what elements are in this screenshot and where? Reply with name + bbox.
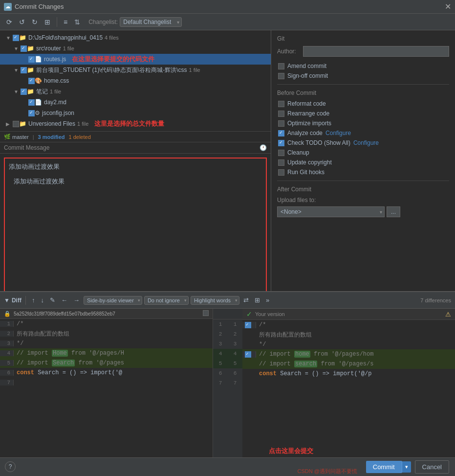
author-input[interactable] <box>303 46 449 57</box>
signoff-commit-checkbox[interactable] <box>278 73 284 79</box>
copyright-checkbox[interactable] <box>278 159 284 166</box>
line-num-4-left: 4 <box>0 350 14 356</box>
line-num-6-left: 6 <box>0 370 14 376</box>
tree-item-routes[interactable]: 📄 routes.js 在这里选择要提交的代码文件 <box>0 54 271 65</box>
tree-checkbox-jsconfig[interactable] <box>28 110 35 116</box>
tree-item-home[interactable]: 🎨 home.css <box>0 75 271 86</box>
tree-checkbox-home[interactable] <box>28 78 35 84</box>
tree-item-root[interactable]: ▼ 📁 D:\JsFold\shangpinhui_0415 4 files <box>0 32 271 43</box>
diff-left-lock-icon: 🔒 <box>4 311 11 317</box>
diff-highlight-wrap[interactable]: Highlight words <box>191 296 239 305</box>
diff-btn-right[interactable]: → <box>71 295 82 305</box>
center-line-6: 66 <box>213 368 242 378</box>
diff-toggle[interactable]: ▼ Diff <box>4 297 22 304</box>
diff-btn-up[interactable]: ↑ <box>30 295 37 305</box>
toolbar-btn-undo[interactable]: ↺ <box>17 17 27 27</box>
copyright-row: Update copyright <box>277 159 449 166</box>
tree-checkbox-unversioned[interactable] <box>13 121 19 127</box>
reformat-checkbox[interactable] <box>278 101 284 107</box>
center-line-7: 77 <box>213 378 242 388</box>
upload-row: <None> ... <box>277 206 449 217</box>
diff-right-pane: ✓ Your version ⚠ ✓ /* <box>242 309 455 457</box>
diff-btn-settings[interactable]: ⊞ <box>253 295 262 305</box>
tree-checkbox-front[interactable] <box>21 67 27 73</box>
file-icon-jsconfig: ⚙ <box>35 110 40 116</box>
diff-highlight-select[interactable]: Highlight words <box>191 296 239 305</box>
diff-left-file-bar: 🔒 5a252fdc31f8f7089deffd15e07bdbe958852e… <box>0 309 213 319</box>
todo-configure-link[interactable]: Configure <box>353 139 379 146</box>
rearrange-checkbox[interactable] <box>278 111 284 117</box>
optimize-checkbox[interactable] <box>278 120 284 127</box>
changelist-select[interactable]: Default Changelist <box>120 17 182 27</box>
diff-ignore-wrap[interactable]: Do not ignore <box>144 296 189 305</box>
amend-commit-row: Amend commit <box>277 63 449 69</box>
tree-checkbox-src[interactable] <box>21 45 27 52</box>
tree-label-notes: 笔记 <box>36 88 48 96</box>
hooks-checkbox[interactable] <box>278 169 284 176</box>
diff-btn-left[interactable]: ← <box>59 295 69 305</box>
clock-icon[interactable]: 🕐 <box>260 144 267 151</box>
upload-select[interactable]: <None> <box>277 206 385 217</box>
amend-commit-checkbox[interactable] <box>278 63 284 69</box>
tree-label-jsconfig: jsconfig.json <box>42 110 74 116</box>
upload-dots-button[interactable]: ... <box>387 206 400 217</box>
file-icon-home: 🎨 <box>35 77 42 84</box>
commit-message-label: Commit Message <box>4 144 49 151</box>
toolbar-btn-list[interactable]: ≡ <box>61 17 70 27</box>
right-line1-checkbox[interactable]: ✓ <box>245 322 251 328</box>
folder-icon-notes: 📁 <box>27 88 34 95</box>
line-num-2-left: 2 <box>0 331 14 337</box>
tree-checkbox-routes[interactable] <box>28 56 35 63</box>
commit-button[interactable]: Commit <box>366 461 402 473</box>
diff-viewer-wrap[interactable]: Side-by-side viewer <box>84 296 142 305</box>
center-header <box>213 309 242 319</box>
cleanup-checkbox[interactable] <box>278 150 284 156</box>
line-content-1-right: /* <box>256 321 455 328</box>
author-label: Author: <box>277 48 299 55</box>
diff-left-checkbox[interactable] <box>203 310 209 317</box>
diff-viewer-select[interactable]: Side-by-side viewer <box>84 296 142 305</box>
diff-section: ▼ Diff ↑ ↓ ✎ ← → Side-by-side viewer Do … <box>0 291 455 457</box>
analyze-label: Analyze code <box>287 130 323 136</box>
line-content-6-right: const Search = () => import('@/p <box>256 370 455 377</box>
diff-btn-more[interactable]: » <box>264 295 271 305</box>
tree-checkbox-root[interactable] <box>13 35 19 41</box>
toolbar-btn-redo[interactable]: ↻ <box>29 17 40 27</box>
cancel-button[interactable]: Cancel <box>415 460 449 474</box>
tree-item-notes[interactable]: ▼ 📁 笔记 1 file <box>0 86 271 97</box>
folder-icon-src: 📁 <box>27 45 34 52</box>
commit-dropdown-button[interactable]: ▾ <box>402 461 411 473</box>
branch-name: master <box>12 134 29 140</box>
after-commit-heading: After Commit <box>277 186 449 193</box>
line-content-4-right: // import home from '@/pages/hom <box>256 351 455 358</box>
tree-item-src[interactable]: ▼ 📁 src\router 1 file <box>0 43 271 54</box>
todo-checkbox[interactable] <box>278 140 284 146</box>
tree-item-front[interactable]: ▼ 📁 前台项目_STUDENT (1)\代码\静态页面\谷粒商城-辉洪\css… <box>0 65 271 75</box>
tree-checkbox-day2[interactable] <box>28 99 35 106</box>
tree-item-jsconfig[interactable]: ⚙ jsconfig.json <box>0 108 271 118</box>
changelist-select-wrap[interactable]: Default Changelist <box>120 17 182 27</box>
help-button[interactable]: ? <box>5 461 16 472</box>
toolbar-btn-sort[interactable]: ⇅ <box>72 17 83 27</box>
diff-ignore-select[interactable]: Do not ignore <box>144 296 189 305</box>
title-bar: ☁ Commit Changes ✕ <box>0 0 455 14</box>
diff-line-6-right: const Search = () => import('@/p <box>242 369 455 379</box>
diff-btn-swap[interactable]: ⇄ <box>241 295 251 305</box>
rearrange-label: Rearrange code <box>287 110 329 117</box>
tree-item-day2[interactable]: 📄 day2.md <box>0 97 271 108</box>
toolbar-btn-diff[interactable]: ⊞ <box>42 17 53 27</box>
tree-item-unversioned[interactable]: ▶ 📁 Unversioned Files 1 file 这里是选择的总文件数量 <box>0 118 271 129</box>
upload-select-wrap[interactable]: <None> <box>277 206 385 217</box>
close-button[interactable]: ✕ <box>445 3 451 11</box>
diff-line-5-right: // import search from '@/pages/s <box>242 359 455 369</box>
analyze-configure-link[interactable]: Configure <box>325 130 351 136</box>
toolbar-btn-refresh[interactable]: ⟳ <box>4 17 15 27</box>
diff-btn-edit[interactable]: ✎ <box>48 295 57 305</box>
signoff-commit-label: Sign-off commit <box>287 72 328 79</box>
diff-line-4-right: ✓ // import home from '@/pages/hom <box>242 349 455 359</box>
tree-checkbox-notes[interactable] <box>21 89 27 95</box>
git-author-row: Author: <box>277 46 449 57</box>
diff-btn-down[interactable]: ↓ <box>39 295 46 305</box>
right-line4-checkbox[interactable]: ✓ <box>245 351 251 358</box>
analyze-checkbox[interactable] <box>278 130 284 136</box>
